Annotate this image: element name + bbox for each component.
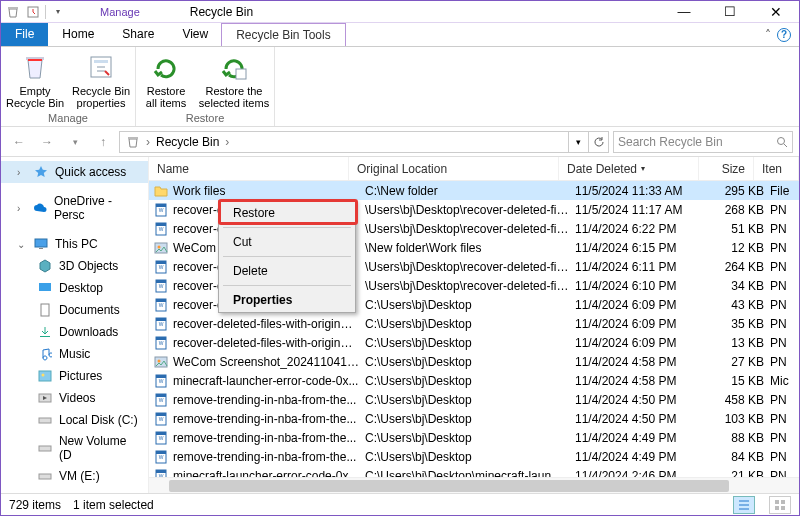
table-row[interactable]: Wremove-trending-in-nba-from-the...C:\Us…: [149, 447, 799, 466]
nav-desktop[interactable]: Desktop: [1, 277, 148, 299]
scrollbar-thumb[interactable]: [169, 480, 729, 492]
tab-share[interactable]: Share: [108, 23, 168, 46]
search-box[interactable]: Search Recycle Bin: [613, 131, 793, 153]
table-row[interactable]: Wremove-trending-in-nba-from-the...C:\Us…: [149, 409, 799, 428]
forward-button[interactable]: →: [35, 130, 59, 154]
table-row[interactable]: Wrecover-deleted-files-with-original...C…: [149, 333, 799, 352]
large-icons-view-button[interactable]: [769, 496, 791, 514]
maximize-button[interactable]: ☐: [707, 1, 753, 23]
nav-pictures[interactable]: Pictures: [1, 365, 148, 387]
refresh-button[interactable]: [588, 132, 608, 152]
original-location-cell: C:\Users\bj\Desktop: [365, 412, 575, 426]
size-cell: 268 KB: [715, 203, 770, 217]
svg-text:W: W: [159, 454, 164, 460]
column-item-type[interactable]: Iten: [754, 157, 799, 180]
tab-view[interactable]: View: [168, 23, 222, 46]
back-button[interactable]: ←: [7, 130, 31, 154]
column-date-deleted[interactable]: Date Deleted▾: [559, 157, 699, 180]
nav-local-disk-c[interactable]: Local Disk (C:): [1, 409, 148, 431]
context-menu-delete[interactable]: Delete: [219, 259, 355, 283]
item-type-cell: PN: [770, 412, 799, 426]
table-row[interactable]: Wremove-trending-in-nba-from-the...C:\Us…: [149, 428, 799, 447]
original-location-cell: C:\Users\bj\Desktop: [365, 431, 575, 445]
nav-music[interactable]: Music: [1, 343, 148, 365]
context-menu-properties[interactable]: Properties: [219, 288, 355, 312]
nav-downloads[interactable]: Downloads: [1, 321, 148, 343]
nav-new-volume-d[interactable]: New Volume (D: [1, 431, 148, 465]
file-type-icon: W: [153, 202, 169, 218]
table-row[interactable]: Wminecraft-launcher-error-code-0x...C:\U…: [149, 371, 799, 390]
original-location-cell: C:\Users\bj\Desktop: [365, 393, 575, 407]
column-name[interactable]: Name: [149, 157, 349, 180]
original-location-cell: C:\Users\bj\Desktop: [365, 374, 575, 388]
table-row[interactable]: WeCom Screenshot_202411041437...C:\Users…: [149, 352, 799, 371]
tab-home[interactable]: Home: [48, 23, 108, 46]
column-original-location[interactable]: Original Location: [349, 157, 559, 180]
svg-rect-8: [35, 239, 47, 247]
recent-locations-button[interactable]: ▾: [63, 130, 87, 154]
nav-vm-e[interactable]: VM (E:): [1, 465, 148, 487]
nav-quick-access[interactable]: › Quick access: [1, 161, 148, 183]
item-type-cell: PN: [770, 469, 799, 478]
context-menu-restore[interactable]: Restore: [219, 201, 355, 225]
restore-all-items-button[interactable]: Restore all items: [140, 51, 192, 109]
item-type-cell: PN: [770, 393, 799, 407]
nav-videos[interactable]: Videos: [1, 387, 148, 409]
breadcrumb-recycle-bin[interactable]: Recycle Bin: [150, 135, 225, 149]
context-menu-cut[interactable]: Cut: [219, 230, 355, 254]
empty-recycle-bin-button[interactable]: Empty Recycle Bin: [5, 51, 65, 109]
address-dropdown-button[interactable]: ▾: [568, 132, 588, 152]
chevron-right-icon[interactable]: ›: [17, 167, 27, 178]
help-icon[interactable]: ?: [777, 28, 791, 42]
file-type-icon: W: [153, 392, 169, 408]
original-location-cell: \Users\bj\Desktop\recover-deleted-file..…: [365, 279, 575, 293]
nav-3d-objects[interactable]: 3D Objects: [1, 255, 148, 277]
size-cell: 103 KB: [715, 412, 770, 426]
table-row[interactable]: Wremove-trending-in-nba-from-the...C:\Us…: [149, 390, 799, 409]
qat-dropdown-icon[interactable]: ▾: [50, 4, 66, 20]
table-row[interactable]: Wminecraft-launcher-error-code-0x...C:\U…: [149, 466, 799, 477]
svg-rect-9: [39, 248, 43, 249]
ribbon-collapse-icon[interactable]: ˄: [765, 28, 771, 42]
svg-text:W: W: [159, 207, 164, 213]
up-button[interactable]: ↑: [91, 130, 115, 154]
navigation-pane[interactable]: › Quick access › OneDrive - Persc ⌄ This…: [1, 157, 149, 493]
minimize-button[interactable]: —: [661, 1, 707, 23]
nav-onedrive-label: OneDrive - Persc: [54, 194, 142, 222]
nav-onedrive[interactable]: › OneDrive - Persc: [1, 191, 148, 225]
details-view-button[interactable]: [733, 496, 755, 514]
file-type-icon: W: [153, 430, 169, 446]
close-button[interactable]: ✕: [753, 1, 799, 23]
video-icon: [37, 390, 53, 406]
horizontal-scrollbar[interactable]: [149, 477, 799, 493]
desktop-icon: [37, 280, 53, 296]
sort-descending-icon: ▾: [641, 164, 645, 173]
column-size[interactable]: Size: [699, 157, 754, 180]
ribbon-tabs: File Home Share View Recycle Bin Tools ˄…: [1, 23, 799, 47]
file-type-icon: [153, 240, 169, 256]
table-row[interactable]: Wrecover-deleted-files-with-original...C…: [149, 314, 799, 333]
svg-text:W: W: [159, 435, 164, 441]
properties-icon[interactable]: [25, 4, 41, 20]
original-location-cell: C:\Users\bj\Desktop\minecraft-launche...: [365, 469, 575, 478]
nav-documents[interactable]: Documents: [1, 299, 148, 321]
file-type-icon: W: [153, 221, 169, 237]
date-deleted-cell: 11/4/2024 4:49 PM: [575, 431, 715, 445]
tab-file[interactable]: File: [1, 23, 48, 46]
original-location-cell: C:\Users\bj\Desktop: [365, 336, 575, 350]
restore-all-label: Restore all items: [146, 85, 186, 109]
item-type-cell: PN: [770, 317, 799, 331]
tab-recycle-bin-tools[interactable]: Recycle Bin Tools: [221, 23, 346, 46]
chevron-right-icon[interactable]: ›: [17, 203, 27, 214]
restore-selected-items-button[interactable]: Restore the selected items: [198, 51, 270, 109]
chevron-down-icon[interactable]: ⌄: [17, 239, 27, 250]
chevron-right-icon[interactable]: ›: [225, 135, 229, 149]
recycle-bin-properties-button[interactable]: Recycle Bin properties: [71, 51, 131, 109]
address-bar[interactable]: › Recycle Bin › ▾: [119, 131, 609, 153]
nav-this-pc[interactable]: ⌄ This PC: [1, 233, 148, 255]
original-location-cell: \New folder\Work files: [365, 241, 575, 255]
date-deleted-cell: 11/4/2024 4:58 PM: [575, 355, 715, 369]
table-row[interactable]: Work filesC:\New folder11/5/2024 11:33 A…: [149, 181, 799, 200]
svg-rect-5: [236, 69, 246, 79]
svg-text:W: W: [159, 302, 164, 308]
